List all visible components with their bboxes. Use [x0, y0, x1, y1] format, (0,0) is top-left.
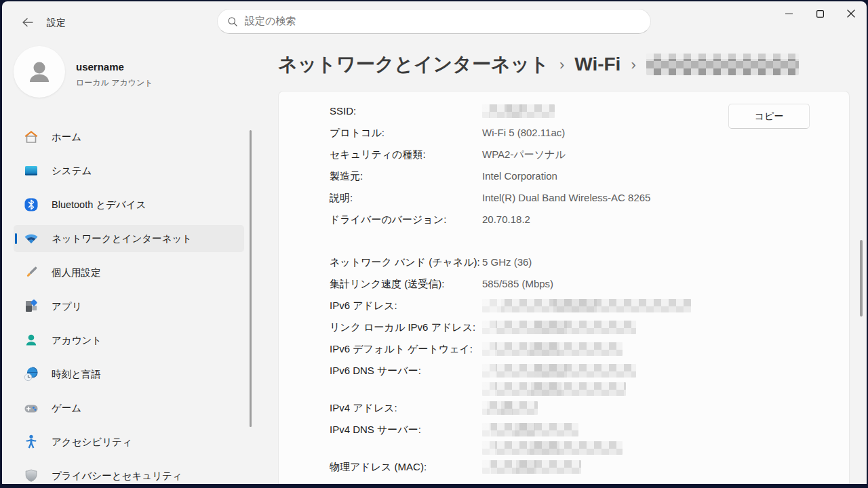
property-label: SSID: [330, 100, 482, 122]
search-icon [227, 16, 238, 27]
sidebar-item-accessibility[interactable]: アクセシビリティ [14, 428, 244, 455]
personalization-icon [23, 264, 39, 281]
redacted-value [482, 441, 623, 455]
property-label: IPv4 アドレス: [330, 397, 482, 419]
property-row-network-band: ネットワーク バンド (チャネル): 5 GHz (36) [330, 251, 825, 273]
home-icon [23, 129, 39, 145]
window-controls [773, 1, 867, 26]
sidebar-nav: ホーム システム Bluetooth とデバイス [14, 123, 244, 484]
maximize-button[interactable] [804, 1, 835, 26]
property-row-mac-address: 物理アドレス (MAC): [330, 456, 825, 478]
account-name: username [76, 61, 124, 73]
redacted-value [482, 321, 636, 334]
redacted-value [482, 423, 578, 436]
chevron-right-icon: › [631, 56, 635, 74]
property-row-ssid: SSID: [330, 100, 825, 122]
sidebar-item-label: ホーム [52, 131, 81, 144]
time-language-icon [23, 366, 39, 382]
property-value: Intel(R) Dual Band Wireless-AC 8265 [482, 187, 650, 209]
minimize-button[interactable] [773, 1, 804, 26]
sidebar-item-privacy-security[interactable]: プライバシーとセキュリティ [14, 462, 244, 484]
minimize-icon [785, 10, 793, 18]
property-row-ipv6-gateway: IPv6 デフォルト ゲートウェイ: [330, 338, 825, 360]
property-row-ipv4-dns: IPv4 DNS サーバー: [330, 419, 825, 455]
accessibility-icon [23, 434, 39, 450]
account-type: ローカル アカウント [76, 77, 153, 89]
property-row-ipv6-dns: IPv6 DNS サーバー: [330, 360, 825, 396]
apps-icon [23, 298, 39, 314]
sidebar-item-label: Bluetooth とデバイス [52, 199, 146, 211]
property-list: SSID: プロトコル: Wi-Fi 5 (802.11ac) セキュリティの種… [330, 100, 825, 478]
sidebar-item-label: アカウント [52, 334, 102, 347]
chevron-right-icon: › [559, 56, 564, 74]
sidebar-item-label: ゲーム [52, 402, 81, 415]
person-icon [25, 58, 54, 86]
property-row-driver-version: ドライバーのバージョン: 20.70.18.2 [330, 209, 825, 230]
property-row-ipv6-address: IPv6 アドレス: [330, 295, 825, 317]
sidebar-item-bluetooth-devices[interactable]: Bluetooth とデバイス [14, 191, 244, 218]
sidebar-scrollbar[interactable] [250, 130, 252, 427]
breadcrumb-wifi[interactable]: Wi-Fi [574, 54, 620, 75]
sidebar-item-apps[interactable]: アプリ [14, 293, 244, 320]
sidebar-item-label: システム [52, 165, 92, 178]
sidebar-item-accounts[interactable]: アカウント [14, 327, 244, 354]
bluetooth-icon [23, 197, 39, 213]
privacy-icon [23, 468, 39, 484]
search-input[interactable]: 設定の検索 [217, 9, 651, 34]
property-value: 585/585 (Mbps) [482, 273, 553, 295]
gaming-icon [23, 400, 39, 416]
property-label: IPv6 アドレス: [330, 295, 482, 317]
breadcrumb-network-name-redacted [646, 54, 799, 75]
desktop: { "titlebar": { "title": "設定", "search_p… [0, 0, 868, 488]
property-label: IPv6 デフォルト ゲートウェイ: [330, 338, 482, 360]
avatar [14, 46, 65, 98]
sidebar-item-personalization[interactable]: 個人用設定 [14, 259, 244, 286]
page-title: 設定 [47, 17, 66, 29]
property-row-description: 説明: Intel(R) Dual Band Wireless-AC 8265 [330, 187, 825, 209]
property-label: 説明: [330, 187, 482, 209]
redacted-value [482, 401, 538, 415]
redacted-value [482, 104, 555, 118]
sidebar-item-label: アクセシビリティ [52, 436, 132, 449]
close-button[interactable] [835, 1, 867, 26]
property-label: ドライバーのバージョン: [330, 209, 482, 230]
property-value: 5 GHz (36) [482, 251, 532, 273]
sidebar-item-label: プライバシーとセキュリティ [52, 470, 182, 483]
sidebar-item-home[interactable]: ホーム [14, 123, 244, 150]
search-placeholder: 設定の検索 [245, 15, 296, 28]
property-row-ipv4-address: IPv4 アドレス: [330, 397, 825, 419]
property-value: Wi-Fi 5 (802.11ac) [482, 122, 565, 144]
sidebar-item-label: 個人用設定 [52, 266, 101, 279]
network-icon [23, 230, 39, 247]
property-label: IPv4 DNS サーバー: [330, 419, 482, 455]
breadcrumb: ネットワークとインターネット › Wi-Fi › [278, 52, 799, 77]
redacted-value [482, 382, 626, 396]
property-label: プロトコル: [330, 122, 482, 144]
selected-indicator [15, 233, 17, 244]
maximize-icon [816, 10, 824, 18]
breadcrumb-network-internet[interactable]: ネットワークとインターネット [278, 52, 549, 77]
sidebar-item-gaming[interactable]: ゲーム [14, 394, 244, 422]
sidebar-item-network-internet[interactable]: ネットワークとインターネット [14, 225, 244, 252]
property-row-link-local-ipv6: リンク ローカル IPv6 アドレス: [330, 317, 825, 338]
property-label: ネットワーク バンド (チャネル): [330, 251, 482, 273]
sidebar-item-time-language[interactable]: 時刻と言語 [14, 361, 244, 388]
property-label: 製造元: [330, 165, 482, 187]
sidebar-item-system[interactable]: システム [14, 157, 244, 184]
content-scrollbar[interactable] [860, 240, 863, 317]
system-icon [23, 163, 39, 179]
property-value: 20.70.18.2 [482, 209, 530, 230]
property-label: セキュリティの種類: [330, 144, 482, 165]
close-icon [847, 9, 855, 18]
property-row-protocol: プロトコル: Wi-Fi 5 (802.11ac) [330, 122, 825, 144]
property-label: リンク ローカル IPv6 アドレス: [330, 317, 482, 338]
sidebar-item-label: ネットワークとインターネット [52, 232, 192, 245]
redacted-value [482, 342, 623, 356]
settings-window: 設定 設定の検索 username ローカ [2, 1, 867, 484]
property-row-link-speed: 集計リンク速度 (送受信): 585/585 (Mbps) [330, 273, 825, 295]
back-arrow-icon [22, 17, 34, 28]
property-row-manufacturer: 製造元: Intel Corporation [330, 165, 825, 187]
property-value: WPA2-パーソナル [482, 144, 566, 165]
wifi-properties-card: コピー SSID: プロトコル: Wi-Fi 5 (802.11ac) セキュリ… [278, 91, 850, 484]
back-button[interactable] [16, 12, 40, 33]
